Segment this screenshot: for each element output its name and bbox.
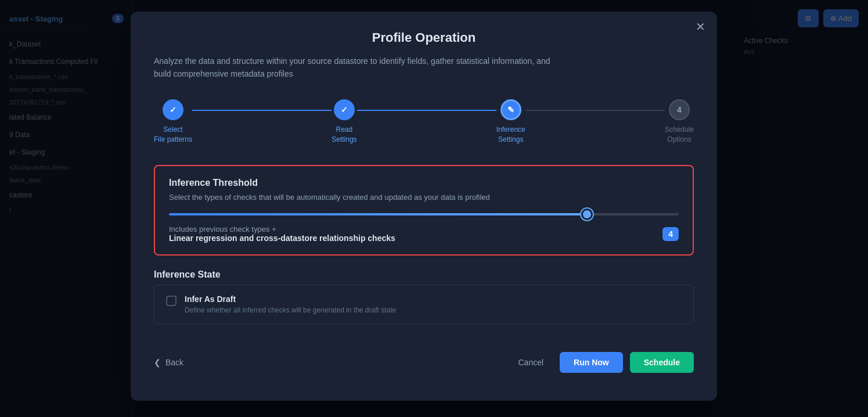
slider-value-badge: 4	[662, 227, 679, 241]
step-4-label: ScheduleOptions	[665, 125, 694, 145]
step-1-label: SelectFile patterns	[154, 125, 192, 145]
slider-label: Linear regression and cross-datastore re…	[169, 233, 395, 243]
infer-as-draft-label: Infer As Draft	[185, 294, 396, 304]
cancel-button[interactable]: Cancel	[509, 353, 553, 372]
profile-operation-modal: ✕ Profile Operation Analyze the data and…	[131, 12, 717, 401]
infer-as-draft-desc: Define whether all inferred checks will …	[185, 306, 396, 314]
step-1-circle: ✓	[163, 99, 183, 120]
slider-track	[169, 213, 679, 215]
modal-title: Profile Operation	[154, 30, 694, 45]
modal-description: Analyze the data and structure within yo…	[154, 55, 560, 81]
step-2-circle: ✓	[334, 99, 355, 120]
step-inference-settings: ✎ InferenceSettings	[496, 99, 525, 145]
slider-thumb[interactable]	[581, 208, 593, 220]
step-select-file-patterns: ✓ SelectFile patterns	[154, 99, 192, 145]
schedule-button[interactable]: Schedule	[630, 352, 694, 373]
step-4-circle: 4	[669, 99, 690, 120]
step-schedule-options: 4 ScheduleOptions	[665, 99, 694, 145]
step-connector-1-2	[192, 110, 332, 111]
back-chevron-icon: ❮	[154, 358, 161, 367]
slider-includes: Includes previous check types +	[169, 225, 276, 233]
back-label: Back	[165, 358, 183, 367]
infer-as-draft-card[interactable]: Infer As Draft Define whether all inferr…	[154, 285, 694, 324]
inference-threshold-desc: Select the types of checks that will be …	[169, 193, 679, 202]
back-button[interactable]: ❮ Back	[154, 358, 183, 367]
infer-as-draft-checkbox[interactable]	[166, 296, 177, 306]
step-connector-2-3	[357, 110, 496, 111]
step-3-label: InferenceSettings	[496, 125, 525, 145]
step-2-label: ReadSettings	[332, 125, 356, 145]
slider-text: Includes previous check types + Linear r…	[169, 225, 395, 243]
inference-slider-container[interactable]	[169, 213, 679, 215]
close-button[interactable]: ✕	[696, 21, 705, 33]
modal-footer: ❮ Back Cancel Run Now Schedule	[154, 343, 694, 373]
step-read-settings: ✓ ReadSettings	[332, 99, 356, 145]
slider-fill	[169, 213, 587, 215]
stepper: ✓ SelectFile patterns ✓ ReadSettings ✎ I…	[154, 99, 694, 145]
step-connector-3-4	[525, 110, 665, 111]
footer-right-actions: Cancel Run Now Schedule	[509, 352, 694, 373]
inference-threshold-title: Inference Threshold	[169, 178, 679, 188]
infer-as-draft-content: Infer As Draft Define whether all inferr…	[185, 294, 396, 314]
slider-info: Includes previous check types + Linear r…	[169, 225, 679, 243]
step-3-circle: ✎	[500, 99, 521, 120]
inference-threshold-section: Inference Threshold Select the types of …	[154, 165, 694, 256]
run-now-button[interactable]: Run Now	[560, 352, 623, 373]
inference-state-title: Inference State	[154, 269, 694, 280]
inference-state-section: Inference State Infer As Draft Define wh…	[154, 269, 694, 324]
